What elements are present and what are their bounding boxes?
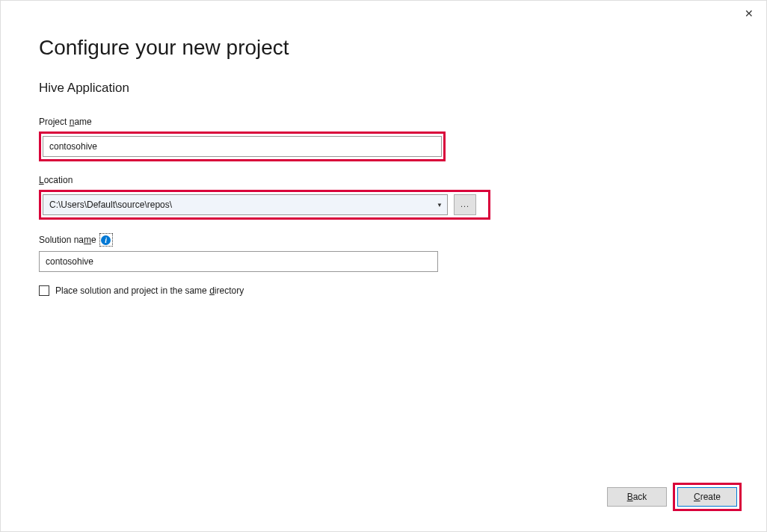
info-icon: i	[101, 235, 111, 245]
project-name-input[interactable]	[43, 136, 442, 157]
location-highlight: C:\Users\Default\source\repos\ ▼ ...	[39, 190, 490, 220]
project-name-highlight	[39, 132, 446, 161]
location-value: C:\Users\Default\source\repos\	[43, 200, 432, 210]
ellipsis-icon: ...	[460, 200, 469, 208]
create-button[interactable]: Create	[677, 487, 737, 507]
chevron-down-icon[interactable]: ▼	[432, 202, 447, 208]
project-name-label: Project name	[39, 117, 728, 127]
info-icon-wrap[interactable]: i	[99, 233, 113, 247]
solution-name-label: Solution name	[39, 235, 96, 245]
location-combo[interactable]: C:\Users\Default\source\repos\ ▼	[43, 194, 448, 215]
project-type-label: Hive Application	[39, 81, 728, 96]
solution-name-input[interactable]	[39, 251, 438, 272]
browse-button[interactable]: ...	[454, 194, 476, 215]
back-button[interactable]: Back	[607, 487, 667, 507]
same-directory-label: Place solution and project in the same d…	[55, 285, 244, 296]
page-title: Configure your new project	[39, 36, 728, 60]
create-button-highlight: Create	[673, 483, 742, 511]
close-icon[interactable]: ✕	[745, 7, 754, 19]
location-label: Location	[39, 175, 728, 185]
same-directory-checkbox[interactable]	[39, 285, 49, 296]
